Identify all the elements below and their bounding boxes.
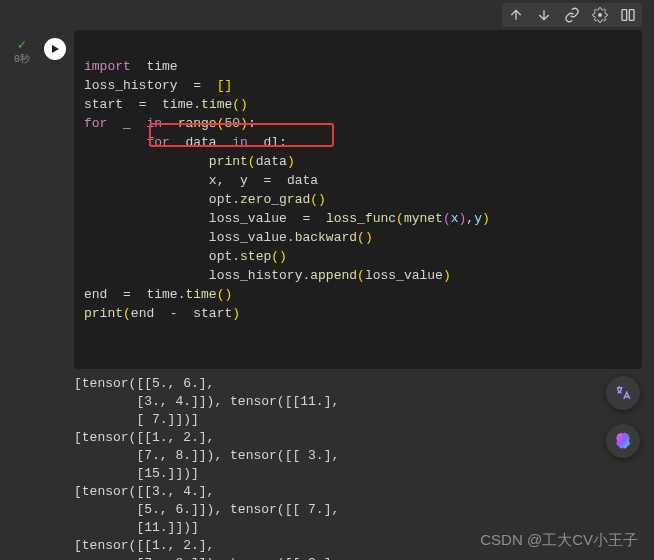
svg-rect-1 bbox=[629, 10, 634, 21]
cell-gutter: ✓ 0秒 bbox=[0, 30, 44, 369]
exec-time: 0秒 bbox=[0, 52, 44, 66]
link-icon[interactable] bbox=[564, 7, 580, 23]
kw-import: import bbox=[84, 59, 131, 74]
code-editor[interactable]: import time loss_history = [] start = ti… bbox=[74, 30, 642, 369]
translate-float-button[interactable] bbox=[606, 376, 640, 410]
check-icon: ✓ bbox=[0, 38, 44, 52]
svg-rect-0 bbox=[622, 10, 627, 21]
gear-icon[interactable] bbox=[592, 7, 608, 23]
cell-toolbar bbox=[502, 3, 642, 27]
mirror-icon[interactable] bbox=[620, 7, 636, 23]
run-column bbox=[44, 30, 74, 369]
run-button[interactable] bbox=[44, 38, 66, 60]
arrow-down-icon[interactable] bbox=[536, 7, 552, 23]
arrow-up-icon[interactable] bbox=[508, 7, 524, 23]
code-cell: ✓ 0秒 import time loss_history = [] start… bbox=[0, 0, 654, 369]
output-section: [tensor([[5., 6.], [3., 4.]]), tensor([[… bbox=[0, 375, 654, 560]
cell-output: [tensor([[5., 6.], [3., 4.]]), tensor([[… bbox=[74, 375, 642, 560]
brain-float-button[interactable] bbox=[606, 424, 640, 458]
